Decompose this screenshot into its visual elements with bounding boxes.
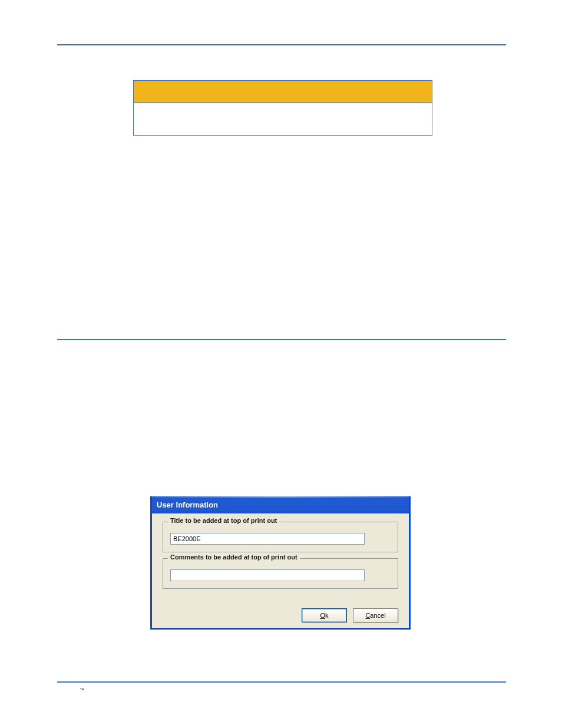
title-groupbox: Title to be added at top of print out <box>163 522 398 552</box>
divider-bottom <box>57 681 506 683</box>
title-group-legend: Title to be added at top of print out <box>168 517 279 524</box>
cancel-button[interactable]: Cancel <box>353 608 398 622</box>
ok-rest: k <box>325 612 329 619</box>
divider-top <box>57 44 506 45</box>
ok-accel: O <box>320 612 325 619</box>
trademark-symbol: ™ <box>80 687 84 693</box>
dialog-button-row: Ok Cancel <box>302 608 398 622</box>
cancel-accel: C <box>365 612 370 619</box>
dialog-titlebar[interactable]: User Information <box>152 496 409 513</box>
title-input[interactable] <box>170 533 365 545</box>
cancel-rest: ancel <box>370 612 385 619</box>
ok-button[interactable]: Ok <box>302 608 347 622</box>
comments-group-legend: Comments to be added at top of print out <box>168 554 300 561</box>
dialog-title: User Information <box>157 500 218 509</box>
comments-input[interactable] <box>170 569 365 581</box>
comments-groupbox: Comments to be added at top of print out <box>163 558 398 589</box>
dialog-client-area: Title to be added at top of print out Co… <box>152 513 409 628</box>
table-header-box <box>133 80 432 103</box>
table-body-box <box>133 103 432 136</box>
user-information-dialog: User Information Title to be added at to… <box>150 496 411 630</box>
divider-mid <box>57 339 506 340</box>
